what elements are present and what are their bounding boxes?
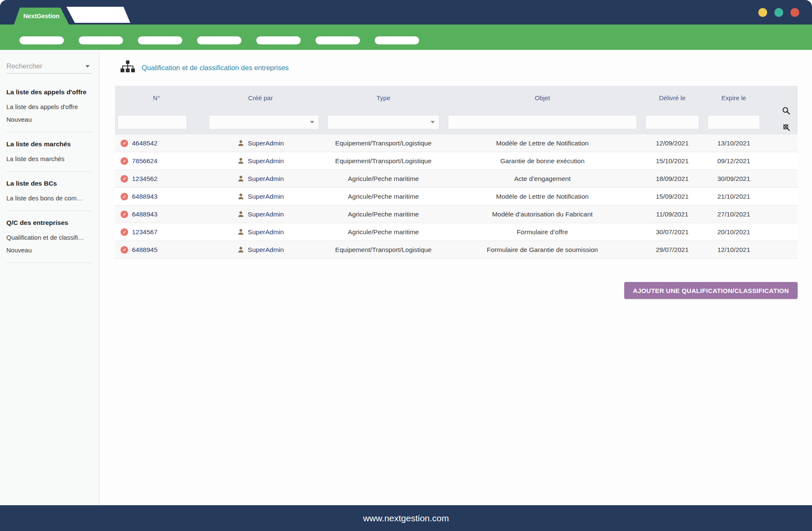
nav-pill[interactable] bbox=[79, 36, 123, 44]
column-header[interactable]: Délivré le bbox=[641, 86, 703, 110]
yellow-dot-icon[interactable] bbox=[758, 8, 767, 17]
main-content: Qualification et de classification des e… bbox=[100, 50, 812, 505]
nav-pill[interactable] bbox=[19, 36, 64, 44]
cell-expire: 13/10/2021 bbox=[703, 134, 764, 152]
filter-cell bbox=[444, 110, 641, 134]
pencil-circle-icon[interactable] bbox=[121, 140, 128, 147]
green-navbar bbox=[0, 25, 812, 50]
created-by-name: SuperAdmin bbox=[248, 228, 284, 236]
sidebar-item[interactable]: Nouveau bbox=[6, 244, 91, 257]
person-icon bbox=[237, 140, 244, 147]
created-by-name: SuperAdmin bbox=[248, 157, 284, 165]
table-row: 6488943SuperAdminAgricule/Peche maritime… bbox=[115, 205, 798, 223]
sidebar-section: Q/C des entreprisesQualification et de c… bbox=[6, 211, 91, 263]
cell-actions bbox=[764, 188, 798, 205]
table-header-row: N°Créé parTypeObjetDélivré leExpire le bbox=[115, 86, 798, 110]
filter-cell bbox=[198, 110, 323, 134]
filter-cell bbox=[703, 110, 764, 134]
cell-delivre: 12/09/2021 bbox=[641, 134, 703, 152]
cell-num: 4648542 bbox=[115, 134, 198, 152]
filter-input-delivre[interactable] bbox=[646, 115, 699, 129]
pencil-circle-icon[interactable] bbox=[121, 246, 128, 254]
cell-actions bbox=[764, 205, 798, 223]
add-qualification-button[interactable]: AJOUTER UNE QUALIFICATION/CLASSIFICATION bbox=[624, 282, 798, 299]
filter-cell bbox=[323, 110, 444, 134]
cell-expire: 21/10/2021 bbox=[703, 188, 764, 205]
cell-expire: 27/10/2021 bbox=[703, 205, 764, 223]
sidebar-item[interactable]: Nouveau bbox=[6, 113, 91, 126]
cell-num: 6488943 bbox=[115, 205, 198, 223]
pencil-circle-icon[interactable] bbox=[121, 157, 128, 165]
cell-actions bbox=[764, 134, 798, 152]
cell-created-by: SuperAdmin bbox=[198, 188, 323, 205]
sidebar-section-title: Q/C des entreprises bbox=[6, 218, 91, 228]
secondary-tab[interactable] bbox=[66, 7, 130, 23]
search-off-icon[interactable] bbox=[782, 123, 791, 132]
cell-num: 1234562 bbox=[115, 170, 198, 187]
row-number-link[interactable]: 7856624 bbox=[132, 157, 157, 165]
sidebar-section: La liste des BCsLa liste des bons de com… bbox=[6, 172, 91, 211]
pencil-circle-icon[interactable] bbox=[121, 228, 128, 236]
pencil-circle-icon[interactable] bbox=[121, 175, 128, 183]
column-header[interactable]: N° bbox=[115, 86, 198, 110]
title-bar: NextGestion bbox=[0, 0, 812, 25]
teal-dot-icon[interactable] bbox=[774, 8, 783, 17]
brand-logo-text: NextGestion bbox=[23, 13, 59, 19]
row-number-link[interactable]: 1234562 bbox=[132, 175, 157, 183]
filter-select-created_by[interactable] bbox=[209, 115, 318, 129]
nav-pill[interactable] bbox=[197, 36, 241, 44]
column-header[interactable]: Type bbox=[323, 86, 444, 110]
cell-actions bbox=[764, 223, 798, 241]
pencil-circle-icon[interactable] bbox=[121, 193, 128, 200]
sidebar-item[interactable]: La liste des marchés bbox=[6, 153, 91, 165]
person-icon bbox=[237, 193, 244, 200]
row-number-link[interactable]: 1234567 bbox=[132, 228, 157, 236]
nav-pill[interactable] bbox=[375, 36, 419, 44]
red-dot-icon[interactable] bbox=[790, 8, 799, 17]
cell-objet: Garantie de bonne exécution bbox=[444, 152, 641, 170]
cell-expire: 30/09/2021 bbox=[703, 170, 764, 187]
sidebar-item[interactable]: La liste des appels d'offre bbox=[6, 101, 91, 113]
cell-type: Equipement/Transport/Logistique bbox=[323, 241, 444, 258]
sidebar-item[interactable]: La liste des bons de com… bbox=[6, 192, 91, 205]
cell-created-by: SuperAdmin bbox=[198, 241, 323, 258]
filter-input-num[interactable] bbox=[118, 115, 187, 129]
filter-input-expire[interactable] bbox=[708, 115, 760, 129]
column-header[interactable]: Expire le bbox=[703, 86, 764, 110]
row-number-link[interactable]: 6488943 bbox=[132, 193, 157, 200]
column-header[interactable]: Créé par bbox=[198, 86, 323, 110]
cell-expire: 09/12/2021 bbox=[703, 152, 764, 170]
nav-pill[interactable] bbox=[315, 36, 360, 44]
created-by-name: SuperAdmin bbox=[248, 140, 284, 147]
sidebar-menu: La liste des appels d'offreLa liste des … bbox=[6, 80, 91, 263]
cell-delivre: 18/09/2021 bbox=[641, 170, 703, 187]
sidebar-section-title: La liste des appels d'offre bbox=[6, 87, 91, 97]
cell-num: 1234567 bbox=[115, 223, 198, 241]
pencil-circle-icon[interactable] bbox=[121, 211, 128, 218]
cell-objet: Modèle de Lettre de Notification bbox=[444, 188, 641, 205]
row-number-link[interactable]: 6488945 bbox=[132, 246, 157, 254]
filter-input-objet[interactable] bbox=[448, 115, 636, 129]
person-icon bbox=[237, 228, 244, 235]
cell-type: Agricule/Peche maritime bbox=[323, 188, 444, 205]
person-icon bbox=[237, 157, 244, 164]
created-by-name: SuperAdmin bbox=[248, 175, 284, 183]
column-header[interactable]: Objet bbox=[444, 86, 641, 110]
filter-cell bbox=[115, 110, 198, 134]
row-number-link[interactable]: 4648542 bbox=[132, 140, 157, 147]
brand-tab[interactable]: NextGestion bbox=[14, 8, 69, 25]
sidebar-section-title: La liste des BCs bbox=[6, 178, 91, 189]
sidebar-search-select[interactable]: Rechercher bbox=[6, 59, 91, 74]
nav-pill[interactable] bbox=[138, 36, 182, 44]
table-row: 4648542SuperAdminEquipement/Transport/Lo… bbox=[115, 134, 798, 152]
filter-cell-actions bbox=[764, 110, 798, 134]
table-body: 4648542SuperAdminEquipement/Transport/Lo… bbox=[115, 134, 798, 259]
nav-pill[interactable] bbox=[256, 36, 301, 44]
cell-delivre: 30/07/2021 bbox=[641, 223, 703, 241]
search-icon[interactable] bbox=[782, 106, 791, 115]
row-number-link[interactable]: 6488943 bbox=[132, 211, 157, 218]
person-icon bbox=[237, 211, 244, 218]
sidebar-item[interactable]: Qualification et de classifi… bbox=[6, 231, 91, 244]
table-header: N°Créé parTypeObjetDélivré leExpire le bbox=[115, 86, 798, 134]
filter-select-type[interactable] bbox=[328, 115, 439, 129]
